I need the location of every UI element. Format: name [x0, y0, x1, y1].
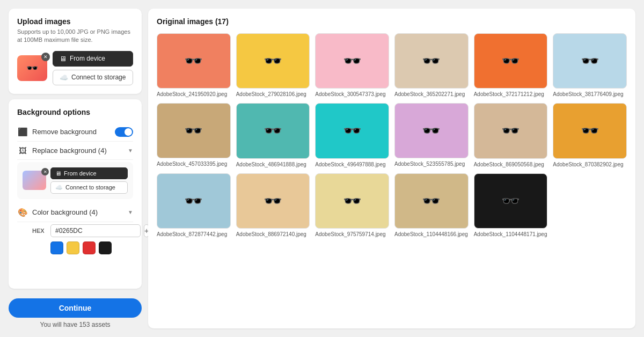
glasses-image: 🕶️: [474, 104, 547, 158]
glasses-image: 🕶️: [157, 174, 230, 228]
image-thumb[interactable]: 🕶️: [236, 103, 310, 158]
glasses-image: 🕶️: [316, 174, 389, 228]
list-item: 🕶️AdobeStock_869050568.jpeg: [474, 103, 548, 167]
list-item: 🕶️AdobeStock_241950920.jpeg: [157, 33, 231, 98]
assets-note: You will have 153 assets: [9, 321, 142, 328]
image-filename: AdobeStock_381776409.jpeg: [553, 91, 627, 98]
app-container: Upload images Supports up to 10,000 JPG …: [0, 0, 644, 337]
list-item: 🕶️AdobeStock_279028106.jpeg: [236, 33, 310, 98]
image-thumb[interactable]: 🕶️: [553, 103, 627, 158]
glasses-emoji: 🕶️: [26, 62, 38, 74]
replace-device-label: From device: [64, 170, 97, 177]
remove-bg-icon: ⬛: [17, 127, 28, 137]
upload-buttons: 🖥 From device ☁️ Connect to storage: [53, 51, 133, 85]
image-filename: AdobeStock_279028106.jpeg: [236, 91, 310, 98]
image-thumb[interactable]: 🕶️: [474, 33, 548, 89]
color-swatches: [50, 241, 133, 254]
image-filename: AdobeStock_241950920.jpeg: [157, 91, 231, 98]
glasses-image: 🕶️: [316, 104, 389, 158]
list-item: 🕶️AdobeStock_886972140.jpeg: [236, 173, 310, 238]
image-thumb[interactable]: 🕶️: [394, 33, 469, 89]
image-filename: AdobeStock_886972140.jpeg: [236, 231, 310, 238]
list-item: 🕶️AdobeStock_300547373.jpeg: [315, 33, 389, 98]
image-thumb[interactable]: 🕶️: [474, 173, 548, 229]
swatch-red[interactable]: [83, 241, 96, 254]
image-thumb[interactable]: 🕶️: [394, 103, 469, 158]
image-thumb[interactable]: 🕶️: [157, 33, 231, 89]
glasses-image: 🕶️: [237, 174, 310, 228]
image-filename: AdobeStock_457033395.jpeg: [157, 160, 231, 167]
image-grid: 🕶️AdobeStock_241950920.jpeg🕶️AdobeStock_…: [157, 33, 627, 238]
remove-bg-left: ⬛ Remove background: [17, 127, 97, 137]
color-bg-label: Color background (4): [32, 208, 98, 216]
image-filename: AdobeStock_869050568.jpeg: [474, 161, 548, 168]
list-item: 🕶️AdobeStock_975759714.jpeg: [315, 173, 389, 238]
color-bg-icon: 🎨: [17, 208, 28, 217]
connect-storage-button[interactable]: ☁️ Connect to storage: [53, 70, 133, 85]
swatch-blue[interactable]: [50, 241, 63, 254]
glasses-image: 🕶️: [316, 34, 389, 88]
remove-bg-row: ⬛ Remove background: [17, 123, 133, 142]
glasses-image: 🕶️: [474, 174, 547, 228]
image-thumb[interactable]: 🕶️: [553, 33, 627, 89]
remove-upload-button[interactable]: ✕: [41, 53, 50, 61]
replace-connect-storage-button[interactable]: ☁️ Connect to storage: [50, 181, 128, 194]
image-thumb[interactable]: 🕶️: [394, 173, 469, 229]
glasses-image: 🕶️: [157, 34, 230, 88]
swatch-black[interactable]: [99, 241, 112, 254]
replace-bg-row: 🖼 Replace background (4) ▼: [17, 142, 133, 160]
list-item: 🕶️AdobeStock_870382902.jpeg: [553, 103, 627, 167]
gallery-header: Original images (17): [157, 17, 627, 26]
image-thumb[interactable]: 🕶️: [236, 173, 310, 229]
list-item: 🕶️AdobeStock_486941888.jpeg: [236, 103, 310, 167]
device-icon: 🖥: [60, 55, 67, 63]
remove-bg-toggle[interactable]: [115, 127, 133, 137]
list-item: 🕶️AdobeStock_381776409.jpeg: [553, 33, 627, 98]
list-item: 🕶️AdobeStock_1104448171.jpeg: [474, 173, 548, 238]
glasses-image: 🕶️: [237, 104, 310, 158]
swatch-yellow[interactable]: [67, 241, 79, 254]
image-filename: AdobeStock_486941888.jpeg: [236, 161, 310, 168]
remove-bg-label: Remove background: [32, 128, 97, 136]
image-filename: AdobeStock_496497888.jpeg: [315, 161, 389, 168]
color-bg-expand[interactable]: ▼: [128, 209, 133, 215]
cloud-icon: ☁️: [60, 74, 68, 82]
replace-thumbnail: ✕: [23, 171, 46, 190]
image-filename: AdobeStock_975759714.jpeg: [315, 231, 389, 238]
hex-label: HEX: [32, 228, 47, 234]
glasses-image: 🕶️: [474, 34, 547, 88]
continue-button[interactable]: Continue: [9, 298, 142, 318]
image-thumb[interactable]: 🕶️: [315, 103, 389, 158]
image-filename: AdobeStock_872877442.jpeg: [157, 231, 231, 238]
hex-row: HEX +: [32, 224, 133, 237]
glasses-image: 🕶️: [395, 174, 468, 228]
replace-buttons: 🖥 From device ☁️ Connect to storage: [50, 167, 128, 194]
list-item: 🕶️AdobeStock_372171212.jpeg: [474, 33, 548, 98]
replace-bg-label: Replace background (4): [32, 146, 107, 155]
glasses-image: 🕶️: [395, 34, 468, 88]
hex-input[interactable]: [50, 224, 141, 237]
device-icon-2: 🖥: [55, 170, 61, 177]
image-thumb[interactable]: 🕶️: [474, 103, 548, 158]
replace-storage-label: Connect to storage: [65, 184, 115, 191]
right-panel: Original images (17) 🕶️AdobeStock_241950…: [148, 9, 635, 328]
image-filename: AdobeStock_372171212.jpeg: [474, 91, 548, 98]
left-panel: Upload images Supports up to 10,000 JPG …: [9, 9, 142, 328]
replace-from-device-button[interactable]: 🖥 From device: [50, 167, 128, 179]
upload-thumbnail: 🕶️ ✕: [17, 55, 47, 81]
list-item: 🕶️AdobeStock_523555785.jpeg: [394, 103, 469, 167]
replace-bg-chevron: ▼: [128, 148, 133, 153]
image-thumb[interactable]: 🕶️: [157, 103, 231, 158]
image-thumb[interactable]: 🕶️: [315, 33, 389, 89]
replace-bg-expand[interactable]: ▼: [128, 148, 133, 153]
image-thumb[interactable]: 🕶️: [315, 173, 389, 229]
from-device-button[interactable]: 🖥 From device: [53, 51, 133, 67]
color-section: HEX +: [32, 224, 133, 254]
image-thumb[interactable]: 🕶️: [236, 33, 310, 89]
bg-options-title: Background options: [17, 108, 133, 116]
remove-replace-button[interactable]: ✕: [41, 168, 49, 175]
image-thumb[interactable]: 🕶️: [157, 173, 231, 229]
image-filename: AdobeStock_1104448171.jpeg: [474, 231, 548, 238]
replace-bg-subsection: ✕ 🖥 From device ☁️ Connect to storage: [17, 162, 133, 199]
upload-area: 🕶️ ✕ 🖥 From device ☁️ Connect to storage: [17, 51, 133, 85]
